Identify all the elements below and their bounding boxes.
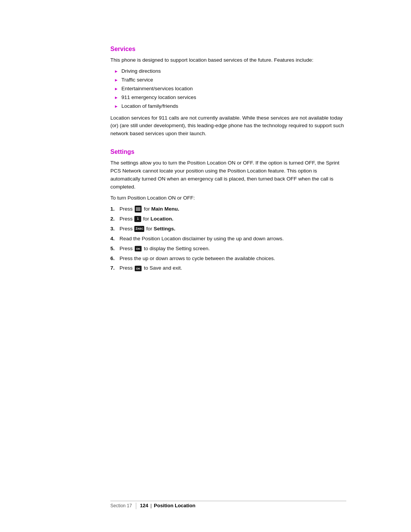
step-content: Press 1 for Location. (119, 215, 346, 223)
bullet-arrow-icon: ► (114, 103, 118, 110)
bullet-arrow-icon: ► (114, 68, 118, 75)
list-item: 3. Press 2ABC for Settings. (110, 225, 346, 233)
list-item: 5. Press OK to display the Setting scree… (110, 245, 346, 253)
footer-page-number: 124 (140, 503, 148, 508)
list-item: 7. Press OK to Save and exit. (110, 264, 346, 272)
list-item: 2. Press 1 for Location. (110, 215, 346, 223)
settings-section: Settings The settings allow you to turn … (110, 149, 346, 272)
services-body: Location services for 911 calls are not … (110, 114, 346, 138)
ok-button-icon: OK (135, 245, 142, 252)
list-item: 6. Press the up or down arrows to cycle … (110, 255, 346, 263)
bullet-arrow-icon: ► (114, 77, 118, 83)
svg-rect-2 (136, 209, 140, 210)
key-2abc-icon: 2ABC (134, 226, 144, 232)
key-1-icon: 1 (134, 216, 141, 222)
step-content: Press for Main Menu. (119, 205, 346, 213)
services-intro: This phone is designed to support locati… (110, 56, 346, 64)
footer-inner: Section 17 124 | Position Location (110, 501, 346, 509)
footer-section-label: Section 17 (110, 503, 136, 509)
svg-rect-1 (136, 208, 140, 208)
bullet-arrow-icon: ► (114, 86, 118, 92)
svg-text:OK: OK (136, 267, 141, 270)
list-item: ► Driving directions (114, 67, 346, 75)
menu-button-icon (135, 206, 142, 212)
bullet-arrow-icon: ► (114, 94, 118, 101)
step-number: 4. (110, 235, 117, 243)
step-number: 2. (110, 215, 117, 223)
step-number: 5. (110, 245, 117, 253)
step-number: 1. (110, 205, 117, 213)
step-number: 6. (110, 255, 117, 263)
svg-text:OK: OK (136, 247, 141, 251)
list-item: 1. Press for Main Menu. (110, 205, 346, 213)
services-title: Services (110, 46, 346, 53)
settings-steps: 1. Press for Main Menu. (110, 205, 346, 272)
page-footer: Section 17 124 | Position Location (0, 501, 411, 509)
list-item: ► 911 emergency location services (114, 94, 346, 102)
services-section: Services This phone is designed to suppo… (110, 46, 346, 138)
step-number: 7. (110, 264, 117, 272)
step-content: Press OK to Save and exit. (119, 264, 346, 272)
step-content: Press 2ABC for Settings. (119, 225, 346, 233)
svg-rect-3 (136, 210, 140, 211)
services-bullet-list: ► Driving directions ► Traffic service ►… (114, 67, 346, 110)
settings-title: Settings (110, 149, 346, 155)
list-item: ► Traffic service (114, 76, 346, 84)
list-item: ► Location of family/friends (114, 102, 346, 110)
footer-divider: | (150, 503, 151, 509)
step-content: Press the up or down arrows to cycle bet… (119, 255, 346, 263)
step-content: Press OK to display the Setting screen. (119, 245, 346, 253)
list-item: 4. Read the Position Location disclaimer… (110, 235, 346, 243)
page: Services This phone is designed to suppo… (0, 0, 411, 532)
step-content: Read the Position Location disclaimer by… (119, 235, 346, 243)
footer-section-title: Position Location (154, 503, 195, 508)
content-area: Services This phone is designed to suppo… (110, 46, 346, 272)
settings-intro: The settings allow you to turn the Posit… (110, 159, 346, 191)
save-button-icon: OK (135, 265, 142, 272)
turn-on-label: To turn Position Location ON or OFF: (110, 194, 346, 202)
list-item: ► Entertainment/services location (114, 85, 346, 93)
step-number: 3. (110, 225, 117, 233)
